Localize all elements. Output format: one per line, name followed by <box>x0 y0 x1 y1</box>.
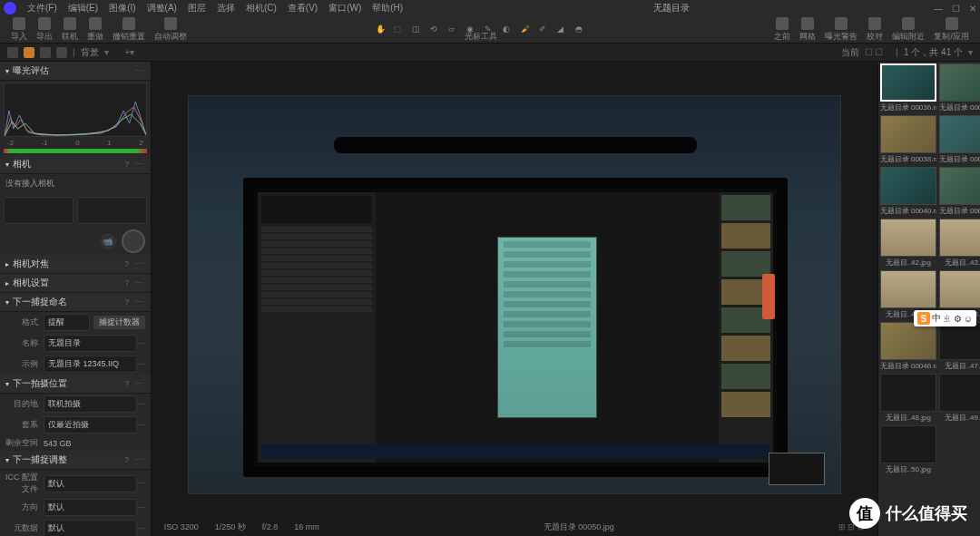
thumbnail-image <box>880 322 936 360</box>
thumbnail-label: 无题目录 00038.raf <box>880 154 936 164</box>
field-input[interactable]: 仅最近拍摄 <box>44 416 137 434</box>
field-input[interactable]: 联机拍摄 <box>44 395 137 413</box>
thumbnail[interactable]: 无题目..48.jpg <box>880 374 936 423</box>
shutter-button[interactable] <box>122 229 145 253</box>
more-icon[interactable]: ⋯ <box>137 400 145 409</box>
more-icon[interactable]: ⋯ <box>137 421 145 430</box>
output-tab-icon[interactable] <box>56 47 67 58</box>
center-tools: ✋ ⬚ ◫ ⟲ ▱ ◉ ✎ ◐ 🖌 ✐ ◢ ◓ 光标工具 <box>194 24 767 35</box>
status-current: 当前 <box>841 46 859 59</box>
thumbnail-image <box>880 167 936 205</box>
thumbnail-image <box>939 270 980 308</box>
thumbnail-label: 无题目录 00039.raf <box>939 154 980 164</box>
thumbnail[interactable]: 无题目..42.jpg <box>880 219 936 268</box>
video-button[interactable]: 📹 <box>100 233 116 249</box>
undo-icon <box>89 17 102 30</box>
main-image[interactable] <box>188 95 841 494</box>
next-loc-head[interactable]: ▾下一拍摄位置? ⋯ <box>0 375 151 394</box>
warn-icon <box>835 17 848 30</box>
settings-head[interactable]: ▸相机设置? ⋯ <box>0 274 151 293</box>
thumbnail-panel: 无题目录 00036.raf无题目录 00037.raf无题目录 00038.r… <box>877 62 980 536</box>
focus-head[interactable]: ▸相机对焦? ⋯ <box>0 255 151 274</box>
menu-item[interactable]: 帮助(H) <box>367 3 408 13</box>
exposure-bar[interactable] <box>4 149 147 153</box>
histogram-head[interactable]: ▾曝光评估⋯ <box>0 62 151 81</box>
count-label: 1 个，共 41 个 <box>904 46 963 59</box>
more-icon[interactable]: ⋯ <box>137 339 145 348</box>
reset-icon <box>122 17 135 30</box>
field-label: 剩余空间 <box>5 437 44 449</box>
adjust-tab-icon[interactable] <box>40 47 51 58</box>
thumbnail[interactable]: 无题目录 00037.raf <box>939 63 980 112</box>
thumbnail-label: 无题目..42.jpg <box>886 258 931 268</box>
next-name-head[interactable]: ▾下一捕捉命名? ⋯ <box>0 293 151 312</box>
menu-item[interactable]: 调整(A) <box>142 3 182 13</box>
thumbnail[interactable]: 无题目录 00039.raf <box>939 115 980 164</box>
thumbnail[interactable]: 无题目..43.jpg <box>939 219 980 268</box>
thumbnail-label: 无题目录 00041.raf <box>939 206 980 216</box>
thumbnail[interactable]: 无题目录 00040.raf <box>880 167 936 216</box>
more-icon[interactable]: ⋯ <box>137 360 145 369</box>
thumbnail[interactable]: 无题目..47.jpg <box>939 322 980 371</box>
field-input[interactable]: 默认 <box>44 475 137 492</box>
more-icon[interactable]: ⋯ <box>137 503 145 512</box>
aperture-label: f/2.8 <box>262 522 279 531</box>
window-button[interactable]: ✕ <box>969 4 976 14</box>
menu-item[interactable]: 文件(F) <box>22 3 63 13</box>
filename-label: 无题目录 00050.jpg <box>544 521 614 533</box>
thumbnail[interactable]: 无题目录 00046.raf <box>880 322 936 371</box>
thumbnail[interactable]: 无题目..49.jpg <box>939 374 980 423</box>
field-input[interactable]: 默认 <box>44 520 137 536</box>
field-badge[interactable]: 捕捉计数器 <box>93 316 145 329</box>
window-button[interactable]: — <box>934 4 943 14</box>
ime-indicator[interactable]: S 中ㄓ⚙☺ <box>914 310 976 326</box>
thumbnail-image <box>880 270 936 308</box>
form-row: 目的地联机拍摄 ⋯ <box>0 394 151 414</box>
navigator[interactable] <box>769 453 868 489</box>
watermark-badge: 值 <box>849 498 880 529</box>
focal-label: 16 mm <box>294 522 319 531</box>
thumbnail-label: 无题目..47.jpg <box>945 361 980 371</box>
thumbnail-image <box>939 167 980 205</box>
field-input[interactable]: 无题目录 <box>44 335 137 352</box>
camera-status: 没有接入相机 <box>0 174 151 193</box>
thumbnail-label: 无题目..48.jpg <box>886 413 931 423</box>
next-adj-head[interactable]: ▾下一捕捉调整? ⋯ <box>0 451 151 470</box>
window-button[interactable]: ☐ <box>952 4 960 14</box>
thumbnail[interactable]: 无题目录 00038.raf <box>880 115 936 164</box>
tether-icon <box>64 17 76 30</box>
tool-group-label: 光标工具 <box>0 31 971 43</box>
camera-head[interactable]: ▾相机? ⋯ <box>0 155 151 174</box>
more-icon[interactable]: ⋯ <box>137 479 145 488</box>
field-input[interactable]: 无题目录 12345.IIQ <box>44 356 137 373</box>
menu-item[interactable]: 图层 <box>182 3 211 13</box>
shutter-label: 1/250 秒 <box>215 521 246 533</box>
field-input[interactable]: 提醒 <box>44 314 90 331</box>
layer-crumb[interactable]: 背景 <box>81 46 99 59</box>
thumbnail[interactable]: 无题目录 00036.raf <box>880 63 936 112</box>
auto-icon <box>164 17 177 30</box>
form-row: ICC 配置文件默认 ⋯ <box>0 470 151 497</box>
field-input[interactable]: 默认 <box>44 499 137 516</box>
more-icon[interactable]: ⋯ <box>137 524 145 533</box>
menu-item[interactable]: 图像(I) <box>103 3 141 13</box>
browser-icon[interactable] <box>7 47 18 58</box>
field-value: 543 GB <box>44 439 145 448</box>
menu-item[interactable]: 选择 <box>211 3 240 13</box>
field-label: 套系 <box>5 419 44 431</box>
menu-item[interactable]: 查看(V) <box>282 3 323 13</box>
thumbnail-image <box>880 374 936 412</box>
proof-icon <box>868 17 881 30</box>
form-row: 剩余空间543 GB <box>0 435 151 451</box>
menu-item[interactable]: 窗口(W) <box>323 3 367 13</box>
thumbnail[interactable]: 无题目录 00041.raf <box>939 167 980 216</box>
sub-toolbar: | 背景 ▾ +▾ 当前 ☐ ☐ | 1 个，共 41 个 ▾ <box>0 44 980 62</box>
thumbnail[interactable]: 无题目..50.jpg <box>880 425 936 474</box>
form-row: 方向默认 ⋯ <box>0 497 151 518</box>
menu-item[interactable]: 相机(C) <box>240 3 282 13</box>
viewer-statusbar: ISO 3200 1/250 秒 f/2.8 16 mm 无题目录 00050.… <box>152 518 877 536</box>
thumbnail-image <box>939 374 980 412</box>
menu-item[interactable]: 编辑(E) <box>63 3 103 13</box>
field-label: 示例 <box>5 358 44 370</box>
capture-tab-icon[interactable] <box>24 47 34 58</box>
